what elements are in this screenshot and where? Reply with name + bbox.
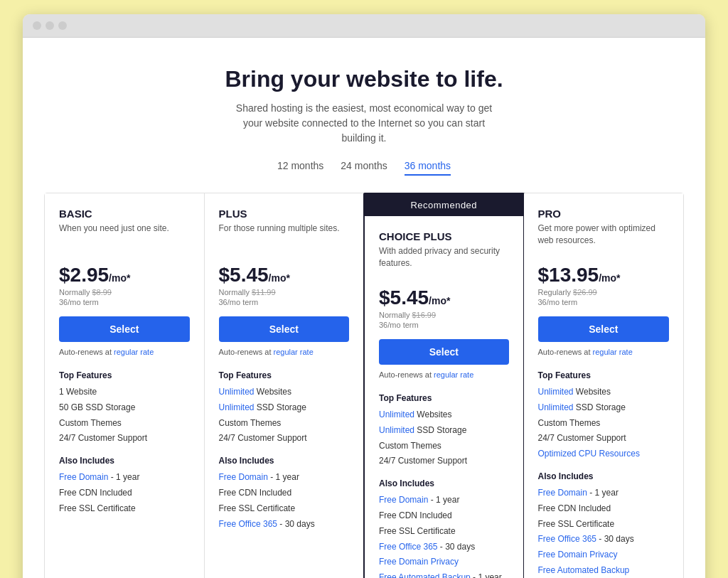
browser-body: Bring your website to life. Shared hosti… bbox=[23, 38, 705, 578]
term-tab-12[interactable]: 12 months bbox=[277, 160, 323, 176]
plan-plus-also-title: Also Includes bbox=[219, 456, 350, 466]
plan-pro-unlimited-storage[interactable]: Unlimited bbox=[538, 402, 574, 412]
plan-basic-feat-2: 50 GB SSD Storage bbox=[59, 402, 190, 414]
plan-pro-inc-2: Free CDN Included bbox=[538, 503, 670, 515]
plan-choice-also-title: Also Includes bbox=[379, 478, 509, 488]
plan-basic-feat-3: Custom Themes bbox=[59, 417, 190, 429]
plan-plus-feat-4: 24/7 Customer Support bbox=[219, 432, 350, 444]
plan-pro-inc-5: Free Domain Privacy bbox=[538, 549, 670, 561]
plan-pro-select[interactable]: Select bbox=[538, 316, 670, 342]
plan-choice-inc-2: Free CDN Included bbox=[379, 510, 509, 522]
plan-pro-features-title: Top Features bbox=[538, 370, 670, 380]
plan-pro-rate-link[interactable]: regular rate bbox=[593, 348, 633, 356]
plan-choice-feat-3: Custom Themes bbox=[379, 440, 509, 452]
page-subtitle: Shared hosting is the easiest, most econ… bbox=[229, 101, 499, 146]
plan-choice-inc-4: Free Office 365 - 30 days bbox=[379, 541, 509, 553]
plan-pro-name: PRO bbox=[538, 208, 670, 220]
plan-basic-feat-4: 24/7 Customer Support bbox=[59, 432, 190, 444]
plan-pro: PRO Get more power with optimized web re… bbox=[524, 193, 684, 578]
plan-choice-inc-3: Free SSL Certificate bbox=[379, 525, 509, 537]
browser-window: Bring your website to life. Shared hosti… bbox=[23, 14, 705, 578]
plan-plus-unlimited-sites[interactable]: Unlimited bbox=[219, 387, 255, 397]
plan-pro-inc-6: Free Automated Backup bbox=[538, 564, 670, 577]
plan-plus-office-link[interactable]: Free Office 365 bbox=[219, 519, 278, 529]
plan-choice-inc-5: Free Domain Privacy bbox=[379, 556, 509, 568]
browser-dot-yellow bbox=[46, 21, 54, 30]
plan-pro-also-title: Also Includes bbox=[538, 471, 670, 481]
plan-choice-rate-link[interactable]: regular rate bbox=[434, 370, 473, 379]
plans-container: BASIC When you need just one site. $2.95… bbox=[44, 193, 684, 578]
plan-plus-select[interactable]: Select bbox=[219, 316, 350, 342]
plan-plus-rate-link[interactable]: regular rate bbox=[274, 348, 314, 356]
plan-basic-inc-1: Free Domain - 1 year bbox=[59, 471, 190, 483]
plan-pro-price: $13.95/mo* bbox=[538, 264, 670, 287]
plan-choice-inc-1: Free Domain - 1 year bbox=[379, 494, 509, 506]
page-title: Bring your website to life. bbox=[44, 66, 684, 92]
term-tabs: 12 months 24 months 36 months bbox=[44, 160, 684, 176]
plan-plus-term: 36/mo term bbox=[219, 298, 350, 306]
plan-pro-feat-3: Custom Themes bbox=[538, 417, 670, 429]
plan-pro-desc: Get more power with optimized web resour… bbox=[538, 223, 670, 252]
plan-plus-inc-2: Free CDN Included bbox=[219, 487, 350, 499]
plan-pro-backup-link[interactable]: Free Automated Backup bbox=[538, 565, 630, 575]
plan-choice-feat-4: 24/7 Customer Support bbox=[379, 455, 509, 467]
plan-choice-feat-2: Unlimited SSD Storage bbox=[379, 424, 509, 437]
plan-choice-plus: Recommended CHOICE PLUS With added priva… bbox=[363, 193, 525, 578]
plan-basic-also-title: Also Includes bbox=[59, 456, 190, 466]
plan-plus-feat-1: Unlimited Websites bbox=[219, 386, 350, 398]
plan-choice-backup-link[interactable]: Free Automated Backup bbox=[379, 572, 471, 578]
plan-plus: PLUS For those running multiple sites. $… bbox=[205, 193, 365, 578]
term-tab-24[interactable]: 24 months bbox=[341, 160, 387, 176]
plan-basic-term: 36/mo term bbox=[59, 298, 190, 306]
plan-pro-autorenew: Auto-renews at regular rate bbox=[538, 348, 670, 356]
plan-basic-normally: Normally $8.99 bbox=[59, 288, 190, 296]
plan-choice-privacy-link[interactable]: Free Domain Privacy bbox=[379, 557, 459, 567]
browser-dot-red bbox=[33, 21, 41, 30]
plan-pro-unlimited-sites[interactable]: Unlimited bbox=[538, 387, 574, 397]
browser-dot-green bbox=[58, 21, 67, 30]
plan-pro-term: 36/mo term bbox=[538, 298, 670, 306]
plan-basic-inc-2: Free CDN Included bbox=[59, 487, 190, 499]
plan-basic: BASIC When you need just one site. $2.95… bbox=[45, 193, 205, 578]
plan-pro-feat-5: Optimized CPU Resources bbox=[538, 448, 670, 460]
plan-basic-rate-link[interactable]: regular rate bbox=[114, 348, 154, 356]
plan-choice-normally: Normally $16.99 bbox=[379, 311, 509, 319]
plan-choice-domain-link[interactable]: Free Domain bbox=[379, 495, 428, 505]
plan-basic-name: BASIC bbox=[59, 208, 190, 220]
plan-plus-desc: For those running multiple sites. bbox=[219, 223, 350, 252]
plan-basic-feat-1: 1 Website bbox=[59, 386, 190, 398]
plan-pro-privacy-link[interactable]: Free Domain Privacy bbox=[538, 550, 618, 560]
recommended-badge: Recommended bbox=[365, 194, 523, 216]
plan-pro-inc-4: Free Office 365 - 30 days bbox=[538, 533, 670, 545]
plan-basic-select[interactable]: Select bbox=[59, 316, 190, 342]
plan-plus-feat-2: Unlimited SSD Storage bbox=[219, 402, 350, 414]
plan-pro-office-link[interactable]: Free Office 365 bbox=[538, 534, 597, 544]
plan-plus-features-title: Top Features bbox=[219, 370, 350, 380]
plan-plus-unlimited-storage[interactable]: Unlimited bbox=[219, 402, 255, 412]
term-tab-36[interactable]: 36 months bbox=[405, 160, 451, 176]
page-header: Bring your website to life. Shared hosti… bbox=[44, 66, 684, 176]
plan-plus-domain-link[interactable]: Free Domain bbox=[219, 472, 268, 482]
browser-toolbar bbox=[23, 14, 705, 38]
plan-pro-inc-3: Free SSL Certificate bbox=[538, 518, 670, 530]
plan-plus-price: $5.45/mo* bbox=[219, 264, 350, 287]
plan-plus-name: PLUS bbox=[219, 208, 350, 220]
plan-pro-cpu-link[interactable]: Optimized CPU Resources bbox=[538, 449, 640, 459]
plan-pro-inc-1: Free Domain - 1 year bbox=[538, 487, 670, 499]
plan-pro-domain-link[interactable]: Free Domain bbox=[538, 488, 587, 498]
plan-choice-autorenew: Auto-renews at regular rate bbox=[379, 370, 509, 379]
plan-choice-select[interactable]: Select bbox=[379, 339, 509, 365]
plan-choice-unlimited-sites[interactable]: Unlimited bbox=[379, 410, 414, 419]
plan-pro-feat-1: Unlimited Websites bbox=[538, 386, 670, 398]
plan-choice-term: 36/mo term bbox=[379, 321, 509, 329]
plan-plus-normally: Normally $11.99 bbox=[219, 288, 350, 296]
plan-basic-desc: When you need just one site. bbox=[59, 223, 190, 252]
plan-choice-name: CHOICE PLUS bbox=[379, 230, 509, 242]
plan-plus-inc-3: Free SSL Certificate bbox=[219, 503, 350, 515]
plan-plus-inc-1: Free Domain - 1 year bbox=[219, 471, 350, 483]
plan-basic-autorenew: Auto-renews at regular rate bbox=[59, 348, 190, 356]
plan-choice-office-link[interactable]: Free Office 365 bbox=[379, 542, 438, 552]
plan-choice-unlimited-storage[interactable]: Unlimited bbox=[379, 425, 414, 435]
plan-basic-domain-link[interactable]: Free Domain bbox=[59, 472, 108, 482]
plan-pro-normally: Regularly $26.99 bbox=[538, 288, 670, 296]
